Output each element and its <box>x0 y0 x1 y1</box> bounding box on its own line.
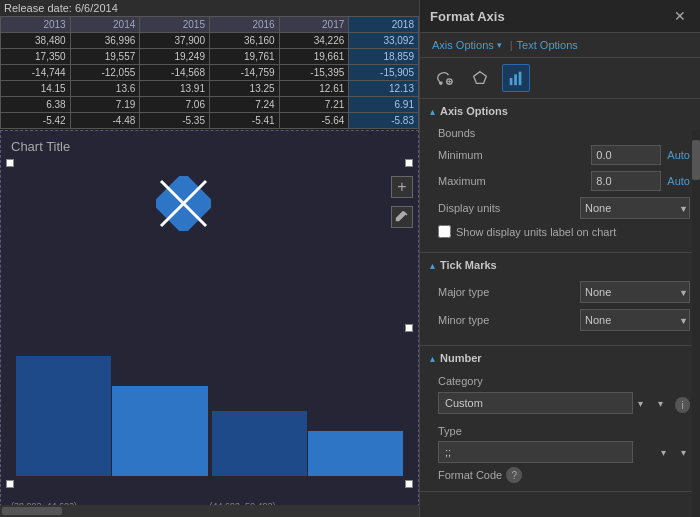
display-units-label: Display units <box>438 202 580 214</box>
table-row: -5.42 -4.48 -5.35 -5.41 -5.64 -5.83 <box>1 113 419 129</box>
svg-rect-7 <box>519 72 522 86</box>
handle-bottom-left[interactable] <box>6 480 14 488</box>
handle-top-left[interactable] <box>6 159 14 167</box>
table-row: 17,350 19,557 19,249 19,761 19,661 18,85… <box>1 49 419 65</box>
display-units-row: Display units None Hundreds Thousands Mi… <box>438 197 690 219</box>
col-header-2017: 2017 <box>279 17 349 33</box>
axis-options-title: Axis Options <box>440 105 508 117</box>
scrollbar-track[interactable] <box>692 130 700 517</box>
col-header-2013: 2013 <box>1 17 71 33</box>
maximum-auto[interactable]: Auto <box>667 175 690 187</box>
bar-1 <box>16 356 111 476</box>
axis-options-section: ▴ Axis Options Bounds Minimum Auto Maxim… <box>420 99 700 253</box>
minimum-label: Minimum <box>438 149 591 161</box>
bar-2 <box>112 386 207 476</box>
bar-4 <box>308 431 403 476</box>
category-select[interactable]: General Number Currency Accounting Date … <box>438 392 633 414</box>
axis-options-arrow: ▴ <box>430 106 435 117</box>
effects-icon-button[interactable] <box>466 64 494 92</box>
spreadsheet: Release date: 6/6/2014 2013 2014 2015 20… <box>0 0 419 129</box>
type-label: Type <box>438 425 462 437</box>
maximum-input[interactable] <box>591 171 661 191</box>
col-header-2015: 2015 <box>140 17 210 33</box>
type-select-wrap: ;; ▾ <box>438 441 690 463</box>
chart-area: Release date: 6/6/2014 2013 2014 2015 20… <box>0 0 420 517</box>
panel-title: Format Axis <box>430 9 505 24</box>
display-units-select[interactable]: None Hundreds Thousands Millions <box>580 197 690 219</box>
chart-icon <box>156 176 211 231</box>
bar-3 <box>212 411 307 476</box>
category-select-row: General Number Currency Accounting Date … <box>438 392 690 418</box>
format-code-row: Format Code ? <box>438 467 690 483</box>
bounds-label: Bounds <box>438 127 690 139</box>
chart-container[interactable]: Chart Title + <box>0 130 419 517</box>
tab-dropdown-icon: ▾ <box>497 40 502 50</box>
maximum-label: Maximum <box>438 175 591 187</box>
show-label-checkbox[interactable] <box>438 225 451 238</box>
tab-text-options[interactable]: Text Options <box>517 39 578 51</box>
tick-marks-arrow: ▴ <box>430 260 435 271</box>
close-button[interactable]: ✕ <box>670 6 690 26</box>
number-section: ▴ Number Category General Number Currenc… <box>420 346 700 492</box>
minimum-auto[interactable]: Auto <box>667 149 690 161</box>
number-header[interactable]: ▴ Number <box>420 346 700 370</box>
tick-marks-content: Major type None Inside Outside Cross ▾ M… <box>420 277 700 345</box>
number-title: Number <box>440 352 482 364</box>
panel-tabs: Axis Options ▾ | Text Options <box>420 33 700 58</box>
format-code-info-button[interactable]: ? <box>506 467 522 483</box>
number-arrow: ▴ <box>430 353 435 364</box>
tick-marks-section: ▴ Tick Marks Major type None Inside Outs… <box>420 253 700 346</box>
chart-title: Chart Title <box>1 131 418 162</box>
format-panel: Format Axis ✕ Axis Options ▾ | Text Opti… <box>420 0 700 517</box>
handle-top-right[interactable] <box>405 159 413 167</box>
svg-rect-5 <box>510 78 513 85</box>
panel-header: Format Axis ✕ <box>420 0 700 33</box>
table-row: 6.38 7.19 7.06 7.24 7.21 6.91 <box>1 97 419 113</box>
category-info-button[interactable]: i <box>675 397 690 413</box>
horizontal-scrollbar[interactable] <box>2 507 62 515</box>
col-header-2018: 2018 <box>349 17 419 33</box>
tick-marks-header[interactable]: ▴ Tick Marks <box>420 253 700 277</box>
minor-type-select[interactable]: None Inside Outside Cross <box>580 309 690 331</box>
table-row: -14,744 -12,055 -14,568 -14,759 -15,395 … <box>1 65 419 81</box>
release-date: Release date: 6/6/2014 <box>0 0 419 16</box>
edit-chart-button[interactable] <box>391 206 413 228</box>
tick-marks-title: Tick Marks <box>440 259 497 271</box>
major-type-select-wrap: None Inside Outside Cross ▾ <box>580 281 690 303</box>
bounds-label-row: Bounds <box>438 127 690 139</box>
minimum-input[interactable] <box>591 145 661 165</box>
add-chart-element-button[interactable]: + <box>391 176 413 198</box>
type-select[interactable]: ;; <box>438 441 633 463</box>
tab-axis-options[interactable]: Axis Options ▾ <box>428 37 506 53</box>
axis-options-content: Bounds Minimum Auto Maximum Auto Display… <box>420 123 700 252</box>
major-type-select[interactable]: None Inside Outside Cross <box>580 281 690 303</box>
minor-type-label: Minor type <box>438 314 580 326</box>
fill-icon-button[interactable] <box>430 64 458 92</box>
icon-row <box>420 58 700 99</box>
maximum-row: Maximum Auto <box>438 171 690 191</box>
format-code-label: Format Code <box>438 469 502 481</box>
chart-options-icon-button[interactable] <box>502 64 530 92</box>
col-header-2016: 2016 <box>209 17 279 33</box>
show-label-text: Show display units label on chart <box>456 226 616 238</box>
major-type-label: Major type <box>438 286 580 298</box>
handle-mid-right[interactable] <box>405 324 413 332</box>
svg-rect-6 <box>514 74 517 85</box>
scrollbar-thumb[interactable] <box>692 140 700 180</box>
minimum-row: Minimum Auto <box>438 145 690 165</box>
table-row: 38,480 36,996 37,900 36,160 34,226 33,09… <box>1 33 419 49</box>
data-table: 2013 2014 2015 2016 2017 2018 38,480 36,… <box>0 16 419 129</box>
number-content: Category General Number Currency Account… <box>420 370 700 491</box>
show-label-row: Show display units label on chart <box>438 225 690 238</box>
category-select-wrap: General Number Currency Accounting Date … <box>438 392 667 414</box>
handle-bottom-right[interactable] <box>405 480 413 488</box>
category-label: Category <box>438 375 483 387</box>
axis-options-header[interactable]: ▴ Axis Options <box>420 99 700 123</box>
svg-marker-4 <box>474 72 487 84</box>
table-row: 14.15 13.6 13.91 13.25 12.61 12.13 <box>1 81 419 97</box>
panel-content[interactable]: ▴ Axis Options Bounds Minimum Auto Maxim… <box>420 99 700 517</box>
minor-type-row: Minor type None Inside Outside Cross ▾ <box>438 309 690 331</box>
display-units-select-wrap: None Hundreds Thousands Millions ▾ <box>580 197 690 219</box>
minor-type-select-wrap: None Inside Outside Cross ▾ <box>580 309 690 331</box>
tab-separator: | <box>510 39 513 51</box>
